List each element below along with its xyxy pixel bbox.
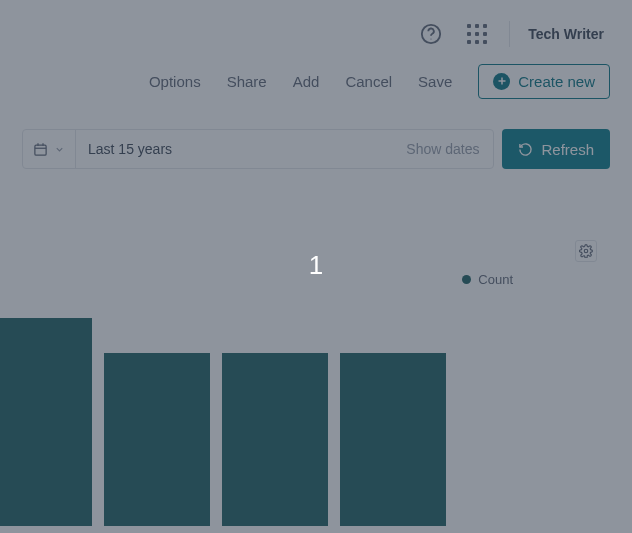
refresh-label: Refresh [541,141,594,158]
svg-point-1 [431,38,432,39]
legend-label: Count [478,272,513,287]
chart-panel: Count [0,226,610,526]
vertical-divider [509,21,510,47]
add-link[interactable]: Add [293,73,320,90]
help-icon[interactable] [417,20,445,48]
svg-rect-4 [35,145,46,155]
refresh-icon [518,142,533,157]
share-link[interactable]: Share [227,73,267,90]
svg-point-8 [584,249,588,253]
options-link[interactable]: Options [149,73,201,90]
create-new-button[interactable]: Create new [478,64,610,99]
show-dates-toggle[interactable]: Show dates [392,141,493,157]
legend-dot-icon [462,275,471,284]
top-bar: Tech Writer [0,0,632,68]
gear-icon [579,244,593,258]
action-bar: Options Share Add Cancel Save Create new [0,68,632,112]
filter-bar: Last 15 years Show dates Refresh [0,112,632,186]
create-new-label: Create new [518,73,595,90]
chart-bar[interactable] [104,353,210,526]
chart-settings-button[interactable] [575,240,597,262]
user-name[interactable]: Tech Writer [528,26,610,42]
calendar-icon [33,142,48,157]
plus-circle-icon [493,73,510,90]
chart-bar[interactable] [0,318,92,526]
date-range-picker[interactable]: Last 15 years Show dates [22,129,494,169]
cancel-link[interactable]: Cancel [345,73,392,90]
chart-bar[interactable] [340,353,446,526]
chart-legend: Count [462,272,513,287]
save-link[interactable]: Save [418,73,452,90]
chart-bar[interactable] [222,353,328,526]
apps-icon[interactable] [463,20,491,48]
chart-bars [0,266,446,526]
chevron-down-icon [54,144,65,155]
date-dropdown-toggle[interactable] [23,130,76,168]
chart-highlight-value: 1 [309,252,323,278]
refresh-button[interactable]: Refresh [502,129,610,169]
date-range-label: Last 15 years [76,141,392,157]
